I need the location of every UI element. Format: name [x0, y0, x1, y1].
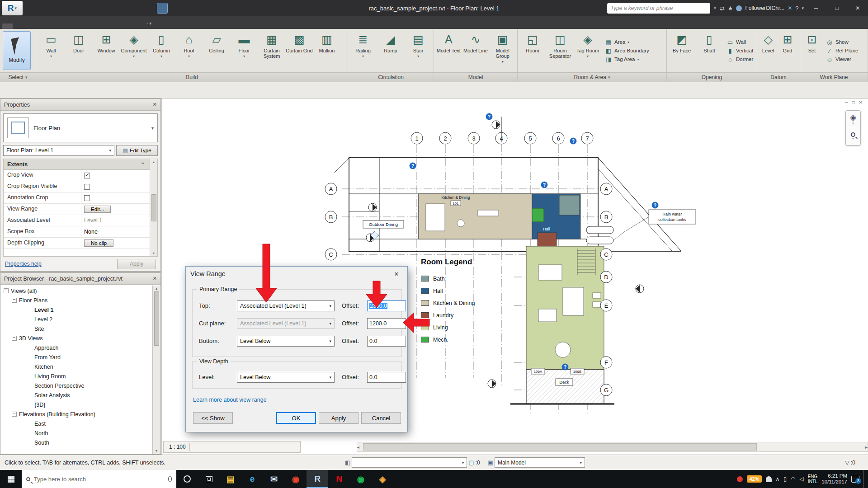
ribbon-tab[interactable] [24, 23, 34, 29]
taskbar-app-button[interactable]: R [307, 470, 328, 488]
microphone-icon[interactable] [168, 476, 172, 482]
tree-item[interactable]: East [1, 419, 160, 428]
property-row[interactable]: Scope Box None [4, 226, 157, 238]
tree-item[interactable]: Level 1 [1, 305, 160, 314]
volume-icon[interactable]: ◁ [799, 476, 803, 482]
qat-icon[interactable] [136, 3, 146, 13]
filter-icon[interactable]: ▽:0 [845, 459, 855, 466]
taskbar-app-button[interactable]: ▤ [220, 470, 241, 488]
panel-title-room-area[interactable]: Room & Area▾ [518, 72, 666, 82]
tree-item[interactable]: From Yard [1, 352, 160, 362]
kitchen-dining-label[interactable]: Kitchen & Dining [442, 195, 470, 200]
ribbon-button[interactable]: ▱ Ceiling [203, 30, 230, 71]
app-menu-button[interactable]: R ▾ [2, 1, 23, 15]
ribbon-tab[interactable] [110, 23, 121, 29]
ribbon-small-button[interactable]: ◨ Tag Area [604, 56, 651, 63]
tree-item[interactable]: {3D} [1, 400, 160, 409]
room-number-label[interactable]: 101 [453, 202, 459, 206]
favorites-star-icon[interactable]: ★ [728, 5, 733, 12]
battery-icon[interactable]: ▯ [783, 476, 787, 482]
modify-button[interactable]: Modify [3, 31, 31, 70]
ribbon-small-button[interactable]: ⌂ Dormer [725, 56, 755, 63]
taskbar-search-input[interactable]: Type here to search [22, 470, 176, 488]
ribbon-button[interactable]: A Model Text [435, 30, 462, 71]
tree-expander-icon[interactable] [4, 288, 9, 293]
tree-expander-icon[interactable] [12, 336, 17, 341]
help-menu-arrow-icon[interactable]: ▾ [802, 6, 804, 10]
signed-in-user[interactable]: FollowerOfChr... [745, 5, 784, 11]
property-row[interactable]: Depth Clipping No clip [4, 238, 157, 249]
sign-out-x-icon[interactable]: ✕ [788, 5, 792, 11]
ribbon-tab[interactable] [13, 23, 24, 29]
taskbar-app-button[interactable]: ◈ [372, 470, 393, 488]
top-offset-input[interactable]: 2300.0 [367, 300, 406, 311]
start-button[interactable] [0, 470, 22, 488]
network-icon[interactable]: ◠ [791, 476, 795, 482]
help-search-input[interactable]: Type a keyword or phrase [607, 3, 710, 14]
ribbon-button[interactable]: ▣ Model Group [489, 30, 516, 71]
ribbon-tab[interactable] [45, 23, 56, 29]
steering-wheel-icon[interactable]: ◉▾ [847, 113, 859, 126]
qat-icon[interactable] [125, 3, 135, 13]
minimize-button[interactable]: ─ [806, 0, 826, 16]
tree-item[interactable]: Level 2 [1, 314, 160, 324]
water-tanks[interactable] [586, 226, 613, 244]
checkbox-icon[interactable] [84, 195, 90, 201]
depth-offset-input[interactable]: 0.0 [367, 372, 406, 383]
scroll-right-icon[interactable]: ▸ [865, 445, 868, 450]
cancel-button[interactable]: Cancel [361, 412, 401, 424]
tree-item[interactable]: Approach [1, 343, 160, 352]
help-icon[interactable]: ? [795, 5, 798, 12]
qat-icon[interactable] [71, 3, 80, 13]
ribbon-button[interactable]: ▦ Curtain System [258, 30, 285, 71]
instance-selector[interactable]: Floor Plan: Level 1 ▾ [3, 145, 114, 156]
property-row[interactable]: Crop Region Visible [4, 181, 157, 192]
taskbar-app-button[interactable]: N [328, 470, 350, 488]
hall-label[interactable]: Hall [543, 227, 550, 231]
tree-item[interactable]: Kitchen [1, 362, 160, 371]
tree-item[interactable]: North [1, 428, 160, 438]
ribbon-small-button[interactable]: ▦ Area [604, 38, 651, 46]
dialog-titlebar[interactable]: View Range ✕ [186, 267, 407, 281]
view-control-icon[interactable] [267, 442, 277, 451]
property-row[interactable]: View Range Edit... [4, 204, 157, 215]
checkbox-icon[interactable] [84, 173, 90, 178]
ribbon-button[interactable]: ▭ Wall [38, 30, 65, 71]
properties-scrollbar[interactable]: ▴▾ [150, 159, 157, 256]
horizontal-scrollbar[interactable]: ◂ ▸ [357, 442, 868, 452]
qat-icon[interactable] [168, 3, 178, 13]
ribbon-tab[interactable] [78, 23, 89, 29]
properties-close-icon[interactable]: ✕ [153, 102, 157, 108]
worksets-select[interactable]: ▾ [352, 457, 467, 468]
ribbon-button[interactable]: ⊡ Set [802, 30, 822, 71]
ribbon-button[interactable]: ◱ Room [519, 30, 546, 71]
tree-item[interactable]: Living Room [1, 371, 160, 381]
tree-item[interactable]: Views (all) [1, 286, 160, 296]
ribbon-button[interactable]: ◈ Component [120, 30, 147, 71]
ribbon-button[interactable]: ∿ Model Line [462, 30, 489, 71]
ribbon-button[interactable]: ◢ Ramp [377, 30, 404, 71]
properties-header[interactable]: Properties ✕ [0, 99, 160, 111]
learn-more-link[interactable]: Learn more about view range [193, 397, 267, 403]
view-restore-icon[interactable]: □ [852, 100, 855, 105]
show-button[interactable]: << Show [193, 412, 233, 424]
edit-type-button[interactable]: ▦ Edit Type [116, 145, 158, 156]
ribbon-button[interactable]: ▯ Column [148, 30, 175, 71]
top-level-select[interactable]: Associated Level (Level 1)▾ [237, 300, 335, 311]
room-legend[interactable]: Room Legend Bath Hall Kitchen & Dining L… [421, 258, 475, 346]
type-selector-arrow-icon[interactable]: ▾ [151, 126, 154, 131]
apply-button[interactable]: Apply [117, 259, 156, 269]
tree-item[interactable]: South [1, 438, 160, 447]
taskbar-app-button[interactable]: ◉ [350, 470, 372, 488]
type-selector[interactable]: Floor Plan ▾ [3, 113, 158, 142]
qat-icon[interactable] [157, 3, 167, 13]
view-control-icon[interactable] [235, 442, 244, 451]
qat-icon[interactable] [92, 3, 102, 13]
design-options-icon[interactable]: ▣ [488, 459, 493, 466]
ribbon-button[interactable]: ◫ Door [65, 30, 92, 71]
checkbox-icon[interactable] [84, 184, 90, 190]
language-indicator[interactable]: ENG INTL [808, 474, 818, 484]
property-row[interactable]: Associated Level Level 1 [4, 215, 157, 226]
dialog-apply-button[interactable]: Apply [319, 412, 359, 424]
ribbon-tab[interactable] [99, 23, 110, 29]
